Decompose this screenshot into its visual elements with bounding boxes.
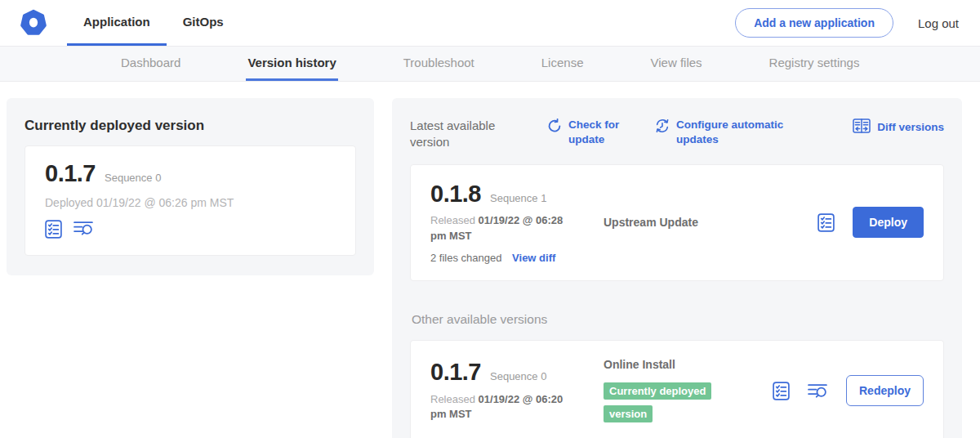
version-actions: Deploy	[817, 207, 924, 238]
deployed-card-actions	[45, 220, 336, 239]
logout-link[interactable]: Log out	[918, 16, 959, 30]
sequence-label: Sequence 0	[490, 370, 546, 382]
subnav-tab-troubleshoot[interactable]: Troubleshoot	[402, 47, 476, 81]
configure-automatic-updates-label: Configure automatic updates	[676, 118, 784, 146]
status-badge-wrap: Currently deployed version	[604, 379, 728, 425]
deployed-panel-title: Currently deployed version	[24, 118, 356, 134]
subnav-tab-license[interactable]: License	[540, 47, 586, 81]
diff-versions-link[interactable]: Diff versions	[853, 118, 944, 137]
config-checklist-icon[interactable]	[45, 220, 62, 239]
other-versions-title: Other available versions	[412, 312, 944, 327]
check-for-update-label: Check for update	[568, 118, 622, 146]
main-content: Currently deployed version 0.1.7 Sequenc…	[0, 82, 980, 438]
sequence-label: Sequence 1	[490, 192, 546, 204]
released-timestamp: Released 01/19/22 @ 06:20 pm MST	[430, 392, 577, 422]
scheduled-update-icon	[655, 118, 670, 137]
check-for-update-link[interactable]: Check for update	[547, 118, 622, 146]
version-source: Upstream Update	[590, 215, 808, 230]
other-version-card: 0.1.7 Sequence 0 Released 01/19/22 @ 06:…	[410, 340, 944, 438]
app-logo-icon[interactable]	[20, 9, 47, 37]
version-actions: Redeploy	[773, 375, 924, 406]
app-subnav: Dashboard Version history Troubleshoot L…	[0, 46, 980, 82]
version-source: Online Install Currently deployed versio…	[590, 357, 763, 425]
topnav-tab-label: GitOps	[183, 15, 224, 29]
topnav-tab-gitops[interactable]: GitOps	[167, 0, 240, 46]
currently-deployed-badge: Currently deployed version	[604, 382, 711, 422]
refresh-icon	[547, 118, 562, 137]
top-navbar: Application GitOps Add a new application…	[0, 0, 980, 46]
available-versions-panel: Latest available version Check for updat…	[392, 98, 962, 438]
view-diff-link[interactable]: View diff	[512, 252, 555, 264]
deploy-button[interactable]: Deploy	[853, 207, 924, 238]
release-notes-icon[interactable]	[74, 220, 94, 239]
version-info: 0.1.8 Sequence 1 Released 01/19/22 @ 06:…	[430, 181, 590, 264]
topnav-tabs: Application GitOps	[67, 0, 240, 46]
currently-deployed-panel: Currently deployed version 0.1.7 Sequenc…	[7, 98, 374, 275]
deployed-version-card: 0.1.7 Sequence 0 Deployed 01/19/22 @ 06:…	[24, 145, 356, 256]
release-notes-icon[interactable]	[808, 382, 828, 399]
subnav-tab-dashboard[interactable]: Dashboard	[119, 47, 182, 81]
latest-version-card: 0.1.8 Sequence 1 Released 01/19/22 @ 06:…	[410, 164, 944, 281]
topnav-tab-application[interactable]: Application	[67, 0, 167, 46]
config-checklist-icon[interactable]	[817, 213, 835, 232]
diff-versions-icon	[853, 118, 871, 137]
version-number: 0.1.8	[430, 181, 481, 208]
redeploy-button[interactable]: Redeploy	[846, 375, 924, 406]
subnav-tab-version-history[interactable]: Version history	[246, 47, 337, 81]
add-application-button[interactable]: Add a new application	[735, 8, 893, 38]
subnav-tab-view-files[interactable]: View files	[648, 47, 703, 81]
header-actions: Check for update Configure automatic upd…	[547, 118, 784, 146]
source-label: Online Install	[604, 358, 675, 371]
available-panel-title: Latest available version	[410, 118, 518, 151]
deployed-timestamp: Deployed 01/19/22 @ 06:26 pm MST	[45, 196, 336, 209]
version-info: 0.1.7 Sequence 0 Released 01/19/22 @ 06:…	[430, 360, 590, 422]
version-row: 0.1.7 Sequence 0	[45, 161, 336, 187]
files-changed-row: 2 files changed View diff	[430, 252, 590, 264]
sequence-label: Sequence 0	[105, 172, 161, 184]
configure-automatic-updates-link[interactable]: Configure automatic updates	[655, 118, 784, 146]
version-number: 0.1.7	[430, 360, 481, 386]
diff-versions-label: Diff versions	[877, 120, 944, 135]
subnav-tab-registry-settings[interactable]: Registry settings	[768, 47, 862, 81]
version-number: 0.1.7	[45, 161, 96, 187]
topnav-tab-label: Application	[83, 15, 150, 29]
released-timestamp: Released 01/19/22 @ 06:28 pm MST	[430, 213, 577, 243]
config-checklist-icon[interactable]	[773, 382, 790, 400]
available-versions-header: Latest available version Check for updat…	[410, 118, 944, 151]
files-changed-label: 2 files changed	[430, 252, 501, 264]
source-label: Upstream Update	[604, 216, 698, 229]
